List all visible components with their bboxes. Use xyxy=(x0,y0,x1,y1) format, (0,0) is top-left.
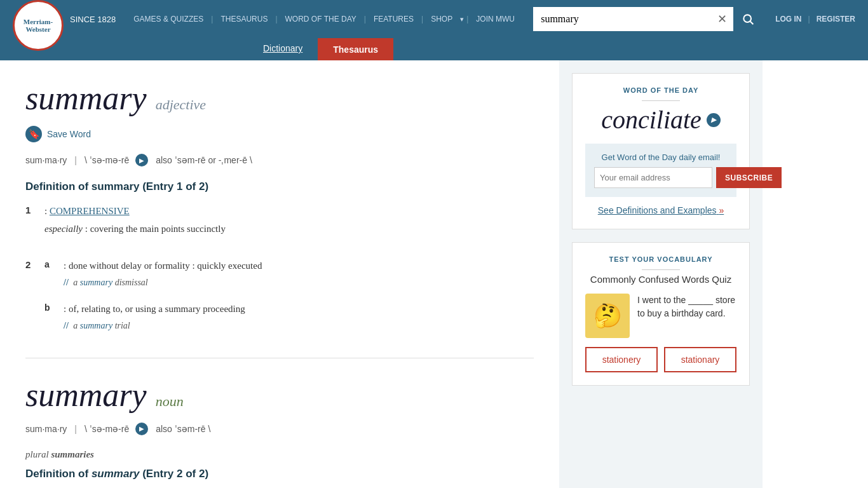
def-block-2: 2 a : done without delay or formality : … xyxy=(25,258,534,340)
entry1-pos: adjective xyxy=(156,97,206,113)
main-nav: GAMES & QUIZZES | THESAURUS | WORD OF TH… xyxy=(128,15,520,24)
save-word-label: Save Word xyxy=(47,129,91,139)
wotd-see-defs-link[interactable]: See Definitions and Examples » xyxy=(598,205,724,215)
entry2-def-title: Definition of summary (Entry 2 of 2) xyxy=(25,468,534,480)
entry1-header: summary adjective xyxy=(25,79,534,117)
vocab-answer-stationary[interactable]: stationary xyxy=(664,347,736,372)
nav-games[interactable]: GAMES & QUIZZES xyxy=(128,15,208,24)
search-input[interactable] xyxy=(533,7,711,31)
pron-ipa: \ ˈsə-mə-rē xyxy=(85,155,129,165)
def2a-ex-word: summary xyxy=(80,278,112,287)
register-link[interactable]: REGISTER xyxy=(817,15,855,24)
vocab-box: TEST YOUR VOCABULARY Commonly Confused W… xyxy=(572,242,750,386)
logo[interactable]: Merriam-Webster xyxy=(13,0,64,51)
entry2-pronunciation: sum·​ma·​ry | \ ˈsə-mə-rē ▶ also ˈsəm-rē… xyxy=(25,423,534,435)
since-label: SINCE 1828 xyxy=(70,15,116,24)
audio-button-2[interactable]: ▶ xyxy=(135,423,148,435)
nav-features[interactable]: FEATURES xyxy=(369,15,419,24)
plural-label-area: plural summaries xyxy=(25,449,534,460)
def-num-2: 2 xyxy=(25,259,38,270)
plural-label: plural xyxy=(25,449,49,459)
search-button[interactable] xyxy=(733,7,763,31)
pron2-also: also ˈsəm-rē \ xyxy=(156,424,210,434)
entry2: summary noun sum·​ma·​ry | \ ˈsə-mə-rē ▶… xyxy=(25,376,534,488)
email-section: Get Word of the Day daily email! SUBSCRI… xyxy=(585,144,736,197)
vocab-emoji: 🤔 xyxy=(585,294,630,338)
wotd-label: WORD OF THE DAY xyxy=(585,86,736,94)
nav-shop[interactable]: SHOP xyxy=(426,15,458,24)
nav-word-of-day[interactable]: WORD OF THE DAY xyxy=(280,15,362,24)
def-letter-b: b xyxy=(44,302,57,313)
wotd-word-area: conciliate ▶ xyxy=(585,105,736,135)
vocab-question-area: 🤔 I went to the _____ store to buy a bir… xyxy=(585,294,736,338)
comprehensive-link[interactable]: COMPREHENSIVE xyxy=(50,206,130,216)
sidebar: WORD OF THE DAY conciliate ▶ Get Word of… xyxy=(559,60,763,488)
def1-esp: especially xyxy=(44,224,83,234)
login-link[interactable]: LOG IN xyxy=(775,15,801,24)
search-box: ✕ xyxy=(533,7,763,31)
entry-separator xyxy=(25,358,534,358)
bookmark-icon: 🔖 xyxy=(25,126,42,142)
auth-links: LOG IN | REGISTER xyxy=(775,15,855,24)
tab-dictionary[interactable]: Dictionary xyxy=(248,38,318,60)
vocab-answers: stationery stationary xyxy=(585,347,736,372)
vocab-question: I went to the _____ store to buy a birth… xyxy=(637,294,736,320)
nav-join[interactable]: JOIN MWU xyxy=(471,15,520,24)
email-label: Get Word of the Day daily email! xyxy=(594,152,728,162)
def2a-ex-rest: dismissal xyxy=(112,278,148,287)
subscribe-button[interactable]: SUBSCRIBE xyxy=(716,167,782,188)
entry2-header: summary noun xyxy=(25,376,534,414)
pron2-syllables: sum·​ma·​ry xyxy=(25,424,67,434)
plural-word: summaries xyxy=(51,449,94,459)
entry1-pronunciation: sum·​ma·​ry | \ ˈsə-mə-rē ▶ also ˈsəm-rē… xyxy=(25,154,534,166)
def2b-text: : of, relating to, or using a summary pr… xyxy=(64,304,245,314)
pron2-ipa: \ ˈsə-mə-rē xyxy=(85,424,129,434)
def-letter-a: a xyxy=(44,259,57,269)
pron-also: also ˈsəm-rē or -​ˌmer-ē \ xyxy=(156,155,252,165)
wotd-word: conciliate xyxy=(601,105,702,135)
def2b-ex-word: summary xyxy=(80,321,112,330)
tab-bar: Dictionary Thesaurus xyxy=(0,38,868,60)
def2a-text: : done without delay or formality : quic… xyxy=(64,261,262,271)
pron-syllables: sum·​ma·​ry xyxy=(25,155,67,165)
wotd-arrow: » xyxy=(719,205,724,215)
nav-thesaurus[interactable]: THESAURUS xyxy=(215,15,273,24)
entry1-def-title: Definition of summary (Entry 1 of 2) xyxy=(25,180,534,193)
tab-thesaurus[interactable]: Thesaurus xyxy=(318,38,393,60)
example-marker-2b: // xyxy=(64,321,69,330)
audio-button-1[interactable]: ▶ xyxy=(135,154,148,166)
email-input[interactable] xyxy=(594,167,712,188)
vocab-answer-stationery[interactable]: stationery xyxy=(585,347,658,372)
entry2-pos: noun xyxy=(156,393,184,410)
vocab-label: TEST YOUR VOCABULARY xyxy=(585,255,736,263)
def-block-1: 1 : COMPREHENSIVE especially : covering … xyxy=(25,203,534,243)
wotd-box: WORD OF THE DAY conciliate ▶ Get Word of… xyxy=(572,73,750,229)
entry1-word: summary xyxy=(25,79,147,117)
search-clear-button[interactable]: ✕ xyxy=(711,7,733,31)
def-num-1: 1 xyxy=(25,205,38,215)
svg-line-1 xyxy=(750,22,754,25)
wotd-audio-button[interactable]: ▶ xyxy=(707,113,721,127)
svg-point-0 xyxy=(744,15,752,22)
save-word-button[interactable]: 🔖 Save Word xyxy=(25,126,534,142)
entry2-word: summary xyxy=(25,376,147,414)
example-marker-2a: // xyxy=(64,278,69,287)
def2b-ex-rest: trial xyxy=(112,321,130,330)
def1-rest: : covering the main points succinctly xyxy=(85,224,226,234)
vocab-subtitle: Commonly Confused Words Quiz xyxy=(585,274,736,285)
